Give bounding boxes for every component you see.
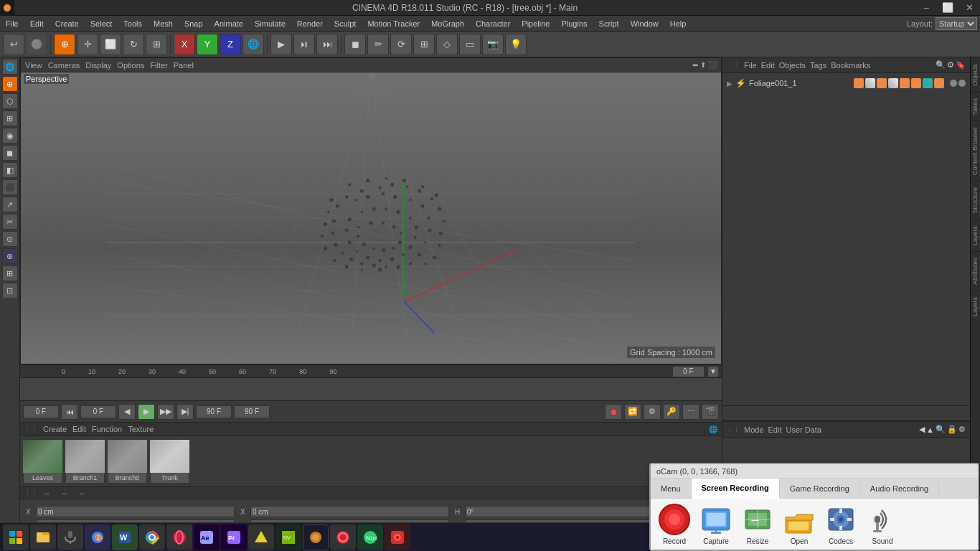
tc-prev-btn[interactable]: ⏮ (61, 404, 78, 420)
lt-btn-11[interactable]: ⊙ (2, 231, 18, 247)
menu-select[interactable]: Select (85, 16, 118, 32)
time-end2[interactable] (234, 405, 270, 418)
select-tool[interactable]: ⊕ (54, 34, 75, 55)
timeline-body[interactable] (20, 378, 722, 400)
maximize-button[interactable]: ⬜ (937, 0, 958, 16)
attr-lock-icon[interactable]: 🔒 (947, 425, 957, 434)
lt-btn-14[interactable]: ⊡ (2, 283, 18, 298)
menu-animate[interactable]: Animate (209, 16, 249, 32)
opera-button[interactable] (330, 524, 356, 550)
anim-btn-3[interactable]: ⏭ (316, 34, 338, 55)
open-button[interactable]: Open (781, 503, 817, 545)
tab-attributes[interactable]: Attributes (971, 251, 980, 291)
time-end[interactable] (196, 405, 232, 418)
lt-btn-4[interactable]: ⊞ (2, 110, 18, 126)
explorer-button[interactable] (30, 524, 56, 550)
array-btn[interactable]: ⊞ (413, 34, 435, 55)
menu-simulate[interactable]: Simulate (249, 16, 291, 32)
c4d-button[interactable] (303, 524, 329, 550)
attr-settings-icon[interactable]: ⚙ (958, 425, 966, 434)
viewport[interactable]: View Cameras Display Options Filter Pane… (20, 57, 722, 364)
tc-loop-btn[interactable]: 🔁 (624, 404, 641, 420)
capture-button[interactable]: Capture (698, 503, 734, 545)
opera-gx-button[interactable] (166, 524, 192, 550)
time-current[interactable] (80, 405, 116, 418)
premiere-button[interactable]: Pr (221, 524, 247, 550)
material-trunk[interactable]: Trunk (150, 439, 189, 484)
mic-button[interactable] (57, 524, 83, 550)
attr-userdata[interactable]: User Data (786, 425, 822, 434)
resize-button[interactable]: ⟷ Resize (740, 503, 776, 545)
obj-bookmark-icon[interactable]: 🔖 (956, 60, 966, 70)
view-menu[interactable]: View (25, 61, 42, 70)
lt-btn-7[interactable]: ◧ (2, 162, 18, 178)
menu-character[interactable]: Character (470, 16, 516, 32)
menu-snap[interactable]: Snap (179, 16, 209, 32)
pen-btn[interactable]: ✏ (367, 34, 389, 55)
lt-btn-1[interactable]: 🌐 (2, 59, 18, 75)
options-menu[interactable]: Options (117, 61, 144, 70)
mat-function[interactable]: Function (92, 425, 122, 433)
menu-mesh[interactable]: Mesh (148, 16, 179, 32)
tc-dots-btn[interactable]: ⋯ (682, 404, 699, 420)
lt-btn-12[interactable]: ⊛ (2, 248, 18, 264)
ocam-tab-audio[interactable]: Audio Recording (860, 479, 939, 499)
minimize-button[interactable]: – (915, 0, 937, 16)
menu-help[interactable]: Help (664, 16, 692, 32)
keyframe-btn[interactable]: ▶ (270, 34, 292, 55)
mat-edit[interactable]: Edit (72, 425, 86, 433)
h-rot-input[interactable] (465, 506, 664, 517)
codecs-button[interactable]: Codecs (823, 503, 859, 545)
deform-btn[interactable]: ◇ (436, 34, 458, 55)
lt-btn-8[interactable]: ⬛ (2, 179, 18, 195)
y-axis-lock[interactable]: Y (197, 34, 218, 55)
lt-btn-6[interactable]: ◼ (2, 145, 18, 161)
obj-bookmarks[interactable]: Bookmarks (831, 61, 870, 70)
camera-btn[interactable]: 📷 (482, 34, 504, 55)
material-branch0[interactable]: Branch0 (108, 439, 147, 484)
lt-btn-5[interactable]: ◉ (2, 128, 18, 143)
chrome-button[interactable] (139, 524, 165, 550)
obj-edit[interactable]: Edit (761, 61, 775, 70)
lt-btn-10[interactable]: ✂ (2, 214, 18, 230)
attr-up-arrow[interactable]: ▲ (926, 425, 934, 434)
menu-tools[interactable]: Tools (118, 16, 148, 32)
ae-button[interactable]: Ae (194, 524, 220, 550)
x-size-input[interactable] (250, 506, 449, 517)
menu-pipeline[interactable]: Pipeline (516, 16, 555, 32)
tab-objects[interactable]: Objects (971, 57, 980, 92)
tc-rwd-btn[interactable]: ◀ (118, 404, 136, 420)
mat-texture[interactable]: Texture (128, 425, 154, 433)
frame-dropdown[interactable]: ▼ (707, 366, 719, 377)
tc-play-btn[interactable]: ▶ (138, 404, 155, 420)
cameras-menu[interactable]: Cameras (48, 61, 80, 70)
z-axis-lock[interactable]: Z (220, 34, 241, 55)
sound-button[interactable]: Sound (864, 503, 900, 545)
tab-content-browser[interactable]: Content Browser (971, 121, 980, 181)
menu-sculpt[interactable]: Sculpt (329, 16, 362, 32)
vp-icon-3[interactable]: ⬛ (708, 61, 717, 69)
menu-render[interactable]: Render (291, 16, 329, 32)
material-branch1[interactable]: Branch1 (65, 439, 105, 484)
tc-rec-btn[interactable]: ⏺ (605, 404, 622, 420)
menu-motion-tracker[interactable]: Motion Tracker (362, 16, 425, 32)
word-button[interactable]: W (112, 524, 138, 550)
frame-input[interactable] (672, 366, 705, 377)
material-leaves[interactable]: Leaves (23, 439, 62, 484)
x-axis-lock[interactable]: X (174, 34, 195, 55)
lt-btn-2[interactable]: ⊕ (2, 76, 18, 92)
record-button[interactable]: Record (656, 503, 692, 545)
tab-layers-bottom[interactable]: Layers (971, 291, 980, 322)
layout-select[interactable]: Startup (936, 17, 977, 30)
filter-menu[interactable]: Filter (150, 61, 167, 70)
start-button[interactable] (3, 524, 29, 550)
transform-tool[interactable]: ⊞ (146, 34, 167, 55)
menu-script[interactable]: Script (593, 16, 625, 32)
loop-btn[interactable]: ⟳ (390, 34, 412, 55)
x-pos-input[interactable] (36, 506, 235, 517)
nvidia-button[interactable]: NV (275, 524, 301, 550)
recorder-button[interactable] (385, 524, 410, 550)
obj-search-icon[interactable]: 🔍 (936, 60, 946, 70)
anim-btn-2[interactable]: ⏯ (293, 34, 315, 55)
obj-file[interactable]: File (744, 61, 757, 70)
